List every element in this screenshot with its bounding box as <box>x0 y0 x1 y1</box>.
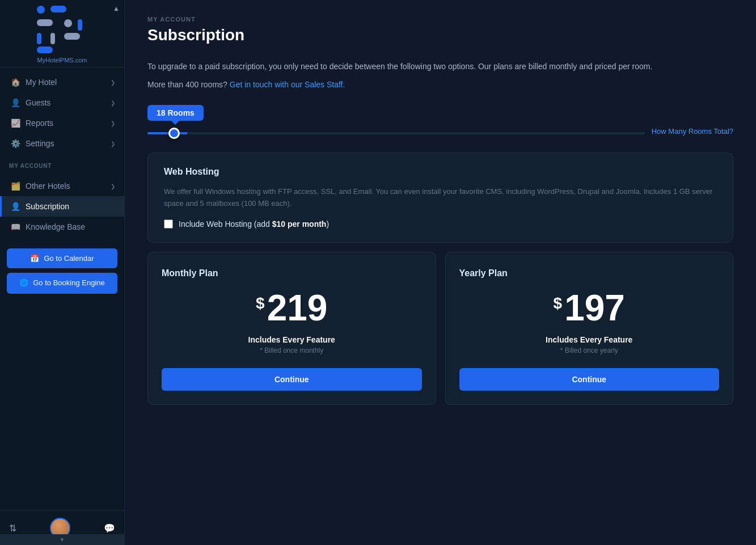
cards-area: Web Hosting We offer full Windows hostin… <box>147 153 733 405</box>
sidebar-item-label: Reports <box>26 119 53 128</box>
web-hosting-title: Web Hosting <box>164 167 717 177</box>
intro-paragraph-1: To upgrade to a paid subscription, you o… <box>147 60 733 73</box>
sidebar-item-label: My Hotel <box>26 78 57 87</box>
slider-wrapper <box>147 126 645 137</box>
sidebar-item-label: Other Hotels <box>26 181 70 191</box>
dot <box>78 19 82 31</box>
chevron-icon: ❯ <box>111 120 115 126</box>
dot <box>50 6 66 12</box>
web-hosting-checkbox[interactable] <box>164 219 173 229</box>
plans-row: Monthly Plan $ 219 Includes Every Featur… <box>147 252 733 405</box>
intro-paragraph-2: More than 400 rooms? Get in touch with o… <box>147 78 733 91</box>
dot <box>64 33 80 40</box>
sidebar-item-knowledge-base[interactable]: 📖 Knowledge Base <box>0 217 124 237</box>
logo-area: ▲ MyHotelPMS.com <box>0 0 124 67</box>
monthly-price-amount: 219 <box>267 290 328 326</box>
yearly-price-amount: 197 <box>564 290 625 326</box>
rooms-count-tooltip: 18 Rooms <box>147 105 204 121</box>
sales-staff-link[interactable]: Get in touch with our Sales Staff. <box>230 80 345 89</box>
monthly-plan-card: Monthly Plan $ 219 Includes Every Featur… <box>147 252 436 405</box>
page-context: MY ACCOUNT <box>147 16 733 23</box>
dot <box>64 19 72 27</box>
sidebar-item-other-hotels[interactable]: 🗂️ Other Hotels ❯ <box>0 176 124 196</box>
sidebar-item-my-hotel[interactable]: 🏠 My Hotel ❯ <box>0 72 124 92</box>
main-content: MY ACCOUNT Subscription To upgrade to a … <box>125 0 756 545</box>
sidebar: ▲ MyHotelPMS.com 🏠 My Hotel ❯ <box>0 0 125 545</box>
globe-icon: 🌐 <box>19 278 28 288</box>
yearly-plan-card: Yearly Plan $ 197 Includes Every Feature… <box>445 252 734 405</box>
chat-icon[interactable]: 💬 <box>104 523 115 534</box>
subscription-icon: 👤 <box>11 202 20 211</box>
collapse-button[interactable]: ▲ <box>113 5 120 12</box>
yearly-plan-name: Yearly Plan <box>459 268 508 278</box>
rooms-slider-section: 18 Rooms How Many Rooms Total? <box>147 105 733 137</box>
reports-icon: 📈 <box>11 119 20 128</box>
go-to-booking-engine-button[interactable]: 🌐 Go to Booking Engine <box>7 273 117 294</box>
transfer-icon[interactable]: ⇅ <box>9 523 16 534</box>
slider-label: How Many Rooms Total? <box>652 127 733 136</box>
monthly-plan-billing: * Billed once monthly <box>260 347 323 354</box>
sidebar-item-label: Knowledge Base <box>26 222 85 231</box>
guests-icon: 👤 <box>11 98 20 107</box>
yearly-plan-features: Includes Every Feature <box>546 335 632 344</box>
sidebar-item-label: Guests <box>26 98 50 107</box>
sidebar-item-label: Settings <box>26 139 54 148</box>
logo-link[interactable]: MyHotelPMS.com <box>37 57 87 64</box>
dot <box>37 6 45 14</box>
slider-row: How Many Rooms Total? <box>147 126 733 137</box>
sidebar-item-reports[interactable]: 📈 Reports ❯ <box>0 113 124 133</box>
logo-image: MyHotelPMS.com <box>28 9 96 60</box>
logo-dots <box>37 6 88 53</box>
my-account-section-label: MY ACCOUNT <box>0 158 124 171</box>
dot <box>37 19 53 26</box>
web-hosting-checkbox-label[interactable]: Include Web Hosting (add $10 per month) <box>164 219 717 229</box>
sidebar-action-buttons: 📅 Go to Calendar 🌐 Go to Booking Engine <box>0 242 124 301</box>
layers-icon: 🗂️ <box>11 181 20 191</box>
yearly-dollar-sign: $ <box>554 294 563 312</box>
chevron-icon: ❯ <box>111 183 115 189</box>
dot <box>50 33 55 44</box>
go-to-calendar-button[interactable]: 📅 Go to Calendar <box>7 248 117 268</box>
page-title: Subscription <box>147 26 733 44</box>
yearly-plan-billing: * Billed once yearly <box>560 347 618 354</box>
monthly-price-area: $ 219 <box>256 290 327 326</box>
yearly-continue-button[interactable]: Continue <box>459 368 720 391</box>
chevron-icon: ❯ <box>111 141 115 147</box>
web-hosting-card: Web Hosting We offer full Windows hostin… <box>147 153 733 243</box>
sidebar-item-subscription[interactable]: 👤 Subscription <box>0 196 124 217</box>
yearly-price-area: $ 197 <box>554 290 625 326</box>
settings-icon: ⚙️ <box>11 139 20 148</box>
home-icon: 🏠 <box>11 78 20 87</box>
monthly-plan-name: Monthly Plan <box>162 268 218 278</box>
sidebar-item-label: Subscription <box>26 202 69 211</box>
sidebar-item-guests[interactable]: 👤 Guests ❯ <box>0 92 124 113</box>
account-nav: 🗂️ Other Hotels ❯ 👤 Subscription 📖 Knowl… <box>0 171 124 242</box>
monthly-dollar-sign: $ <box>256 294 265 312</box>
chevron-icon: ❯ <box>111 79 115 86</box>
calendar-icon: 📅 <box>30 254 39 263</box>
checkbox-text: Include Web Hosting (add $10 per month) <box>179 219 329 229</box>
chevron-icon: ❯ <box>111 100 115 106</box>
expand-button[interactable]: ▼ <box>0 534 124 545</box>
monthly-plan-features: Includes Every Feature <box>248 335 335 344</box>
book-icon: 📖 <box>11 222 20 231</box>
dot <box>37 33 41 44</box>
web-hosting-description: We offer full Windows hosting with FTP a… <box>164 186 717 210</box>
sidebar-item-settings[interactable]: ⚙️ Settings ❯ <box>0 133 124 154</box>
dot <box>37 47 53 53</box>
main-nav: 🏠 My Hotel ❯ 👤 Guests ❯ 📈 Reports ❯ ⚙️ S… <box>0 67 124 158</box>
monthly-continue-button[interactable]: Continue <box>162 368 422 391</box>
rooms-slider[interactable] <box>147 132 645 134</box>
